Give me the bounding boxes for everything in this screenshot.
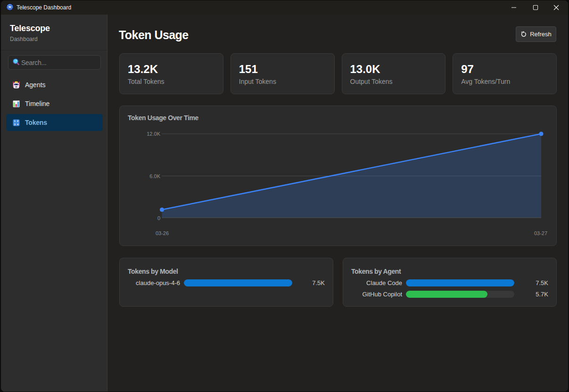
- svg-text:3: 3: [14, 123, 16, 126]
- svg-text:4: 4: [17, 123, 18, 126]
- svg-text:03-27: 03-27: [534, 230, 547, 236]
- svg-text:1: 1: [14, 120, 16, 122]
- svg-text:2: 2: [17, 120, 18, 122]
- svg-text:6.0K: 6.0K: [149, 173, 160, 179]
- svg-text:03-26: 03-26: [156, 230, 169, 236]
- svg-text:12.0K: 12.0K: [147, 131, 160, 137]
- svg-text:0: 0: [157, 215, 160, 221]
